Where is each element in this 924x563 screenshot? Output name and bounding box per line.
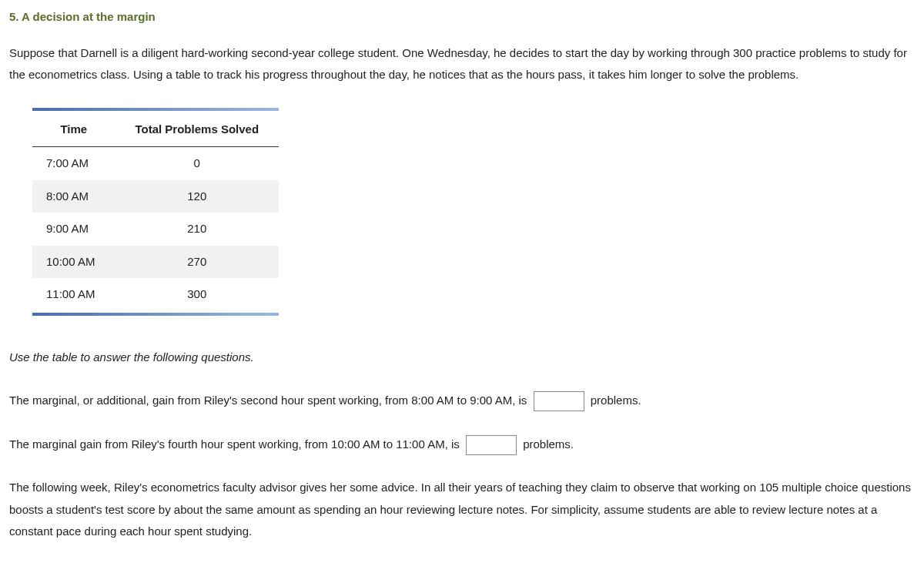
progress-table: Time Total Problems Solved 7:00 AM 0 8:0… [32,112,279,311]
col-header-time: Time [32,112,116,147]
cell-time: 8:00 AM [32,180,116,213]
cell-solved: 270 [116,246,279,279]
followup-paragraph: The following week, Riley's econometrics… [9,477,915,543]
cell-solved: 0 [116,147,279,180]
table-bottom-bar [32,313,279,316]
cell-time: 9:00 AM [32,213,116,246]
cell-solved: 120 [116,180,279,213]
cell-time: 10:00 AM [32,246,116,279]
cell-time: 7:00 AM [32,147,116,180]
q2-before: The marginal gain from Riley's fourth ho… [9,437,460,451]
intro-paragraph: Suppose that Darnell is a diligent hard-… [9,42,915,86]
q2-after: problems. [523,437,574,451]
table-row: 8:00 AM 120 [32,180,279,213]
table-row: 7:00 AM 0 [32,147,279,180]
cell-solved: 300 [116,278,279,311]
q2-input[interactable] [466,435,517,455]
q1-input[interactable] [534,391,584,411]
table-top-bar [32,108,279,111]
table-row: 11:00 AM 300 [32,278,279,311]
question-1: The marginal, or additional, gain from R… [9,390,915,412]
question-title: 5. A decision at the margin [9,6,915,28]
cell-time: 11:00 AM [32,278,116,311]
table-row: 10:00 AM 270 [32,246,279,279]
instruction-text: Use the table to answer the following qu… [9,347,915,369]
table-row: 9:00 AM 210 [32,213,279,246]
cell-solved: 210 [116,213,279,246]
col-header-solved: Total Problems Solved [116,112,279,147]
question-2: The marginal gain from Riley's fourth ho… [9,434,915,456]
q1-after: problems. [591,394,641,407]
q1-before: The marginal, or additional, gain from R… [9,394,527,407]
progress-table-container: Time Total Problems Solved 7:00 AM 0 8:0… [32,108,279,316]
